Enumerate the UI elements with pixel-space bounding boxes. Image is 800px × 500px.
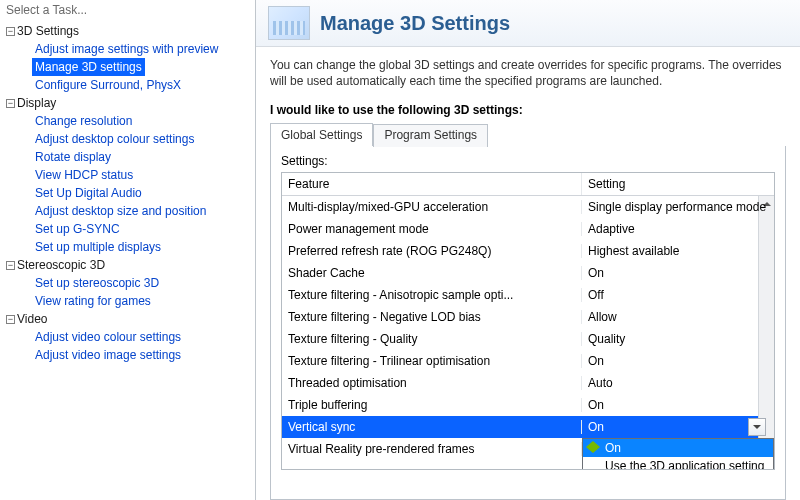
setting-cell[interactable]: Single display performance mode: [582, 200, 774, 214]
setting-value: On: [588, 354, 604, 368]
feature-cell: Texture filtering - Quality: [282, 332, 582, 346]
dropdown-option[interactable]: Use the 3D application setting: [583, 457, 773, 469]
tree-item[interactable]: Set up G-SYNC: [32, 220, 123, 238]
setting-value: Quality: [588, 332, 625, 346]
expander-icon[interactable]: −: [6, 261, 15, 270]
tree-item[interactable]: Change resolution: [32, 112, 135, 130]
nvidia-icon: [586, 441, 600, 453]
setting-cell[interactable]: On: [582, 398, 774, 412]
page-title: Manage 3D Settings: [320, 12, 510, 35]
tree-item[interactable]: Adjust video image settings: [32, 346, 184, 364]
grid-body: Multi-display/mixed-GPU accelerationSing…: [282, 196, 774, 469]
sidebar-heading: Select a Task...: [0, 0, 255, 20]
dropdown-chevron-icon[interactable]: [748, 418, 766, 436]
feature-cell: Texture filtering - Trilinear optimisati…: [282, 354, 582, 368]
setting-value: On: [588, 398, 604, 412]
setting-cell[interactable]: On: [582, 354, 774, 368]
settings-row[interactable]: Power management modeAdaptive: [282, 218, 774, 240]
setting-value: On: [588, 420, 604, 434]
dropdown-option[interactable]: On: [583, 439, 773, 457]
tab-panel: Settings: Feature Setting Multi-display/…: [270, 146, 786, 500]
setting-cell[interactable]: On: [582, 266, 774, 280]
settings-row[interactable]: Texture filtering - QualityQuality: [282, 328, 774, 350]
settings-grid: Feature Setting Multi-display/mixed-GPU …: [281, 172, 775, 470]
setting-value: Allow: [588, 310, 617, 324]
tree-item[interactable]: View rating for games: [32, 292, 154, 310]
grid-header: Feature Setting: [282, 173, 774, 196]
tree-item[interactable]: Configure Surround, PhysX: [32, 76, 184, 94]
tree-category[interactable]: −Video: [4, 310, 255, 328]
settings-row[interactable]: Texture filtering - Trilinear optimisati…: [282, 350, 774, 372]
tree-item[interactable]: Set up stereoscopic 3D: [32, 274, 162, 292]
feature-cell: Virtual Reality pre-rendered frames: [282, 442, 582, 456]
tree-category[interactable]: −Stereoscopic 3D: [4, 256, 255, 274]
setting-cell[interactable]: Quality: [582, 332, 774, 346]
feature-cell: Shader Cache: [282, 266, 582, 280]
expander-icon[interactable]: −: [6, 99, 15, 108]
setting-cell[interactable]: Off: [582, 288, 774, 302]
expander-icon[interactable]: −: [6, 315, 15, 324]
tree-item[interactable]: Rotate display: [32, 148, 114, 166]
page-description: You can change the global 3D settings an…: [256, 47, 800, 95]
settings-row[interactable]: Multi-display/mixed-GPU accelerationSing…: [282, 196, 774, 218]
tree-item[interactable]: Set Up Digital Audio: [32, 184, 145, 202]
tree-category-label: Display: [17, 95, 56, 111]
tree-item[interactable]: Set up multiple displays: [32, 238, 164, 256]
settings-row[interactable]: Shader CacheOn: [282, 262, 774, 284]
page-header-icon: [268, 6, 310, 40]
tree-item[interactable]: Adjust video colour settings: [32, 328, 184, 346]
setting-cell[interactable]: Allow: [582, 310, 774, 324]
tree-item[interactable]: View HDCP status: [32, 166, 136, 184]
column-header-feature: Feature: [282, 173, 582, 195]
settings-row[interactable]: Preferred refresh rate (ROG PG248Q)Highe…: [282, 240, 774, 262]
tab[interactable]: Global Settings: [270, 123, 373, 146]
feature-cell: Vertical sync: [282, 420, 582, 434]
feature-cell: Threaded optimisation: [282, 376, 582, 390]
tree-item[interactable]: Adjust desktop size and position: [32, 202, 209, 220]
tree-category[interactable]: −3D Settings: [4, 22, 255, 40]
vertical-sync-dropdown[interactable]: OnUse the 3D application settingOffFast: [582, 438, 774, 469]
dropdown-option-label: On: [605, 441, 621, 455]
tab-strip: Global SettingsProgram Settings: [270, 123, 786, 146]
expander-icon[interactable]: −: [6, 27, 15, 36]
settings-row[interactable]: Threaded optimisationAuto: [282, 372, 774, 394]
setting-value: Auto: [588, 376, 613, 390]
dropdown-option-label: Use the 3D application setting: [605, 459, 764, 469]
feature-cell: Power management mode: [282, 222, 582, 236]
tree-item[interactable]: Adjust desktop colour settings: [32, 130, 197, 148]
settings-row[interactable]: Texture filtering - Negative LOD biasAll…: [282, 306, 774, 328]
setting-value: Adaptive: [588, 222, 635, 236]
setting-cell[interactable]: Adaptive: [582, 222, 774, 236]
tree-category-label: Video: [17, 311, 47, 327]
setting-value: Single display performance mode: [588, 200, 766, 214]
setting-cell[interactable]: Auto: [582, 376, 774, 390]
tab[interactable]: Program Settings: [373, 124, 488, 147]
settings-row[interactable]: Texture filtering - Anisotropic sample o…: [282, 284, 774, 306]
feature-cell: Multi-display/mixed-GPU acceleration: [282, 200, 582, 214]
tree-category-label: 3D Settings: [17, 23, 79, 39]
settings-label: Settings:: [271, 146, 785, 172]
feature-cell: Preferred refresh rate (ROG PG248Q): [282, 244, 582, 258]
task-tree: −3D SettingsAdjust image settings with p…: [0, 20, 255, 500]
feature-cell: Triple buffering: [282, 398, 582, 412]
settings-row[interactable]: Triple bufferingOn: [282, 394, 774, 416]
section-heading: I would like to use the following 3D set…: [256, 95, 800, 123]
feature-cell: Texture filtering - Anisotropic sample o…: [282, 288, 582, 302]
tree-category[interactable]: −Display: [4, 94, 255, 112]
column-header-setting: Setting: [582, 173, 774, 195]
page-header: Manage 3D Settings: [256, 0, 800, 47]
main-panel: Manage 3D Settings You can change the gl…: [256, 0, 800, 500]
setting-value: On: [588, 266, 604, 280]
setting-value: Highest available: [588, 244, 679, 258]
tree-item[interactable]: Manage 3D settings: [32, 58, 145, 76]
tree-category-label: Stereoscopic 3D: [17, 257, 105, 273]
setting-cell[interactable]: On: [582, 418, 774, 436]
setting-cell[interactable]: Highest available: [582, 244, 774, 258]
setting-value: Off: [588, 288, 604, 302]
task-sidebar: Select a Task... −3D SettingsAdjust imag…: [0, 0, 256, 500]
tree-item[interactable]: Adjust image settings with preview: [32, 40, 221, 58]
settings-row[interactable]: Vertical syncOn: [282, 416, 774, 438]
feature-cell: Texture filtering - Negative LOD bias: [282, 310, 582, 324]
